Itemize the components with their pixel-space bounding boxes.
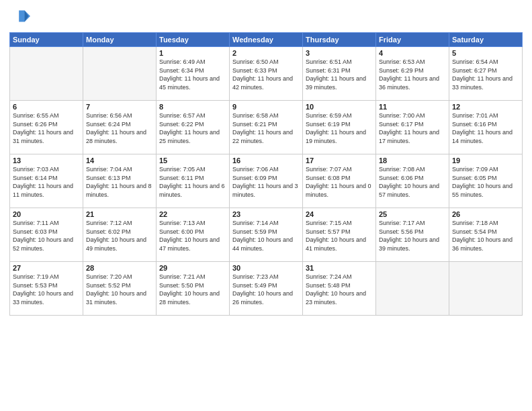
calendar-table: SundayMondayTuesdayWednesdayThursdayFrid… [9,32,523,316]
calendar-cell [449,262,523,316]
calendar-cell: 5Sunrise: 6:54 AM Sunset: 6:27 PM Daylig… [449,47,523,101]
day-number: 9 [232,103,300,111]
day-info: Sunrise: 7:09 AM Sunset: 6:05 PM Dayligh… [452,165,519,199]
weekday-header-wednesday: Wednesday [230,33,303,47]
day-number: 30 [232,264,300,272]
day-number: 26 [452,210,519,218]
calendar-cell: 23Sunrise: 7:14 AM Sunset: 5:59 PM Dayli… [230,208,303,262]
calendar-week-4: 20Sunrise: 7:11 AM Sunset: 6:03 PM Dayli… [10,208,523,262]
day-number: 3 [306,49,373,57]
day-info: Sunrise: 7:00 AM Sunset: 6:17 PM Dayligh… [379,111,446,145]
calendar-cell: 12Sunrise: 7:01 AM Sunset: 6:16 PM Dayli… [449,101,523,154]
day-number: 28 [86,264,153,272]
day-number: 24 [306,210,373,218]
day-number: 17 [306,156,373,165]
day-info: Sunrise: 7:18 AM Sunset: 5:54 PM Dayligh… [452,219,519,253]
calendar-cell: 20Sunrise: 7:11 AM Sunset: 6:03 PM Dayli… [10,208,83,262]
weekday-header-sunday: Sunday [10,33,83,47]
calendar-cell [10,47,83,101]
day-info: Sunrise: 7:01 AM Sunset: 6:16 PM Dayligh… [452,111,519,145]
calendar-week-1: 1Sunrise: 6:49 AM Sunset: 6:34 PM Daylig… [10,47,523,101]
day-info: Sunrise: 7:20 AM Sunset: 5:52 PM Dayligh… [86,273,153,306]
day-info: Sunrise: 6:59 AM Sunset: 6:19 PM Dayligh… [306,111,373,145]
calendar-cell: 11Sunrise: 7:00 AM Sunset: 6:17 PM Dayli… [376,101,449,154]
day-number: 5 [452,49,519,57]
day-info: Sunrise: 7:08 AM Sunset: 6:06 PM Dayligh… [379,165,446,199]
calendar-cell: 22Sunrise: 7:13 AM Sunset: 6:00 PM Dayli… [157,208,230,262]
day-number: 16 [232,156,300,165]
day-info: Sunrise: 7:05 AM Sunset: 6:11 PM Dayligh… [159,165,226,199]
calendar-cell: 21Sunrise: 7:12 AM Sunset: 6:02 PM Dayli… [83,208,157,262]
day-info: Sunrise: 7:11 AM Sunset: 6:03 PM Dayligh… [13,219,80,253]
day-number: 13 [13,156,80,165]
calendar-cell: 10Sunrise: 6:59 AM Sunset: 6:19 PM Dayli… [303,101,376,154]
calendar-cell: 4Sunrise: 6:53 AM Sunset: 6:29 PM Daylig… [376,47,449,101]
day-number: 25 [379,210,446,218]
weekday-header-tuesday: Tuesday [157,33,230,47]
day-info: Sunrise: 7:23 AM Sunset: 5:49 PM Dayligh… [232,273,300,306]
day-number: 27 [13,264,80,272]
day-info: Sunrise: 7:07 AM Sunset: 6:08 PM Dayligh… [306,165,373,199]
day-info: Sunrise: 7:06 AM Sunset: 6:09 PM Dayligh… [232,165,300,199]
calendar-cell: 7Sunrise: 6:56 AM Sunset: 6:24 PM Daylig… [83,101,157,154]
calendar-cell: 14Sunrise: 7:04 AM Sunset: 6:13 PM Dayli… [83,154,157,208]
weekday-header-saturday: Saturday [449,33,523,47]
svg-marker-1 [25,11,29,22]
weekday-header-monday: Monday [83,33,157,47]
day-info: Sunrise: 6:49 AM Sunset: 6:34 PM Dayligh… [159,58,226,91]
calendar-cell: 26Sunrise: 7:18 AM Sunset: 5:54 PM Dayli… [449,208,523,262]
day-number: 7 [86,103,153,111]
weekday-header-friday: Friday [376,33,449,47]
calendar-cell: 8Sunrise: 6:57 AM Sunset: 6:22 PM Daylig… [157,101,230,154]
day-number: 22 [159,210,226,218]
calendar-cell: 31Sunrise: 7:24 AM Sunset: 5:48 PM Dayli… [303,262,376,316]
day-info: Sunrise: 7:03 AM Sunset: 6:14 PM Dayligh… [13,165,80,199]
svg-marker-0 [19,11,30,22]
day-number: 14 [86,156,153,165]
day-number: 23 [232,210,300,218]
day-info: Sunrise: 7:14 AM Sunset: 5:59 PM Dayligh… [232,219,300,253]
calendar-cell: 1Sunrise: 6:49 AM Sunset: 6:34 PM Daylig… [157,47,230,101]
calendar-cell: 24Sunrise: 7:15 AM Sunset: 5:57 PM Dayli… [303,208,376,262]
calendar-week-2: 6Sunrise: 6:55 AM Sunset: 6:26 PM Daylig… [10,101,523,154]
day-info: Sunrise: 7:04 AM Sunset: 6:13 PM Dayligh… [86,165,153,199]
day-number: 4 [379,49,446,57]
day-info: Sunrise: 6:57 AM Sunset: 6:22 PM Dayligh… [159,111,226,145]
day-info: Sunrise: 7:13 AM Sunset: 6:00 PM Dayligh… [159,219,226,253]
weekday-header-thursday: Thursday [303,33,376,47]
day-info: Sunrise: 6:58 AM Sunset: 6:21 PM Dayligh… [232,111,300,145]
page-container: SundayMondayTuesdayWednesdayThursdayFrid… [0,0,532,411]
calendar-cell: 9Sunrise: 6:58 AM Sunset: 6:21 PM Daylig… [230,101,303,154]
calendar-week-3: 13Sunrise: 7:03 AM Sunset: 6:14 PM Dayli… [10,154,523,208]
calendar-cell: 15Sunrise: 7:05 AM Sunset: 6:11 PM Dayli… [157,154,230,208]
day-number: 29 [159,264,226,272]
day-info: Sunrise: 7:24 AM Sunset: 5:48 PM Dayligh… [306,273,373,306]
calendar-cell [83,47,157,101]
logo-icon [11,7,30,26]
calendar-cell: 27Sunrise: 7:19 AM Sunset: 5:53 PM Dayli… [10,262,83,316]
day-number: 12 [452,103,519,111]
day-number: 15 [159,156,226,165]
calendar-cell: 25Sunrise: 7:17 AM Sunset: 5:56 PM Dayli… [376,208,449,262]
calendar-cell [376,262,449,316]
day-info: Sunrise: 7:17 AM Sunset: 5:56 PM Dayligh… [379,219,446,253]
day-number: 21 [86,210,153,218]
calendar-cell: 17Sunrise: 7:07 AM Sunset: 6:08 PM Dayli… [303,154,376,208]
calendar-cell: 2Sunrise: 6:50 AM Sunset: 6:33 PM Daylig… [230,47,303,101]
day-info: Sunrise: 6:55 AM Sunset: 6:26 PM Dayligh… [13,111,80,145]
calendar-cell: 29Sunrise: 7:21 AM Sunset: 5:50 PM Dayli… [157,262,230,316]
calendar-cell: 13Sunrise: 7:03 AM Sunset: 6:14 PM Dayli… [10,154,83,208]
day-info: Sunrise: 7:15 AM Sunset: 5:57 PM Dayligh… [306,219,373,253]
day-info: Sunrise: 6:54 AM Sunset: 6:27 PM Dayligh… [452,58,519,91]
day-number: 2 [232,49,300,57]
day-info: Sunrise: 7:12 AM Sunset: 6:02 PM Dayligh… [86,219,153,253]
day-info: Sunrise: 7:19 AM Sunset: 5:53 PM Dayligh… [13,273,80,306]
day-number: 19 [452,156,519,165]
day-info: Sunrise: 7:21 AM Sunset: 5:50 PM Dayligh… [159,273,226,306]
day-info: Sunrise: 6:51 AM Sunset: 6:31 PM Dayligh… [306,58,373,91]
calendar-cell: 30Sunrise: 7:23 AM Sunset: 5:49 PM Dayli… [230,262,303,316]
day-number: 1 [159,49,226,57]
calendar-cell: 6Sunrise: 6:55 AM Sunset: 6:26 PM Daylig… [10,101,83,154]
day-number: 6 [13,103,80,111]
day-number: 31 [306,264,373,272]
